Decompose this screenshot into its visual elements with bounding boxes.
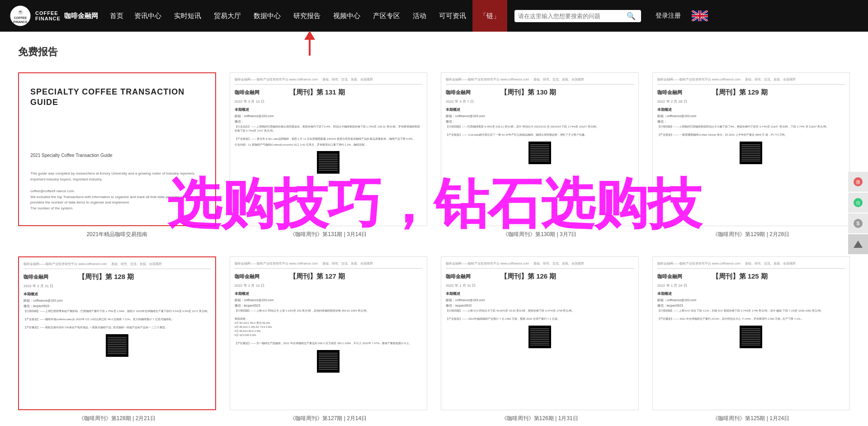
qr-code-5	[106, 334, 128, 357]
weekly-cover-7: 咖啡金融网——咖啡产业投资研究平台 www.coffinance.com 基础、…	[441, 257, 638, 353]
report-thumb-8: 咖啡金融网——咖啡产业投资研究平台 www.coffinance.com 基础、…	[652, 256, 850, 410]
logo-area: ☕ COFFEE FINANCE COFFEE FINANCE 咖啡金融网 首页	[9, 0, 128, 32]
svg-text:COFFEE: COFFEE	[14, 16, 27, 19]
nav-coco[interactable]: 可可资讯	[433, 0, 472, 32]
report-label-4: 《咖啡周刊》第129期 | 2月28日	[652, 231, 850, 238]
report-card-7[interactable]: 咖啡金融网——咖啡产业投资研究平台 www.coffinance.com 基础、…	[441, 256, 639, 422]
svg-text:微: 微	[856, 180, 860, 185]
weekly-cover-3: 咖啡金融网——咖啡产业投资研究平台 www.coffinance.com 基础、…	[441, 73, 638, 169]
weekly-date-4: 2022 年 2 月 28 日	[657, 99, 845, 104]
page-title: 免费报告	[18, 45, 850, 59]
weekly-cover-6: 咖啡金融网——咖啡产业投资研究平台 www.coffinance.com 基础、…	[230, 257, 427, 377]
weekly-brand-3: 咖啡金融网 【周刊】第 130 期	[446, 87, 634, 98]
svg-text:S: S	[856, 221, 859, 226]
specialty-body: This guide was compiled by researchers a…	[30, 171, 204, 212]
weekly-issue-4: 【周刊】第 129 期	[712, 87, 768, 98]
weekly-cover-4: 咖啡金融网——咖啡产业投资研究平台 www.coffinance.com 基础、…	[653, 73, 850, 169]
report-thumb-2: 咖啡金融网——咖啡产业投资研究平台 www.coffinance.com 基础、…	[230, 72, 428, 226]
report-label-8: 《咖啡周刊》第125期 | 1月24日	[652, 415, 850, 422]
language-flag-icon[interactable]	[692, 10, 708, 21]
report-thumb-7: 咖啡金融网——咖啡产业投资研究平台 www.coffinance.com 基础、…	[441, 256, 639, 410]
site-name: 咖啡金融网	[64, 12, 98, 20]
logo-text-top: COFFEE	[35, 10, 61, 16]
svg-rect-12	[692, 15, 708, 17]
weekly-brand-name-3: 咖啡金融网	[446, 89, 471, 96]
logo-text: COFFEE FINANCE	[35, 10, 61, 21]
logo-text-bot: FINANCE	[35, 16, 61, 21]
search-input[interactable]	[518, 13, 627, 19]
weekly-issue-3: 【周刊】第 130 期	[500, 87, 556, 98]
nav-report[interactable]: 研究报告	[287, 0, 327, 32]
nav-info[interactable]: 资讯中心	[128, 0, 168, 32]
nav-chain[interactable]: 「链」	[472, 0, 507, 32]
nav-home[interactable]: 首页	[105, 0, 128, 32]
side-social-panel: 微 信 S	[848, 172, 868, 254]
weekly-brand-2: 咖啡金融网 【周刊】第 131 期	[235, 87, 423, 98]
nav-trade[interactable]: 贸易大厅	[208, 0, 247, 32]
wechat-button[interactable]: 信	[848, 193, 868, 213]
report-card-4[interactable]: 咖啡金融网——咖啡产业投资研究平台 www.coffinance.com 基础、…	[652, 72, 850, 238]
arrow-indicator	[296, 31, 323, 60]
login-button[interactable]: 登录注册	[648, 12, 688, 20]
report-grid-row1: SPECIALTY COFFEE TRANSACTION GUIDE 2021 …	[18, 72, 850, 238]
weekly-brand-name-2: 咖啡金融网	[235, 89, 259, 96]
report-thumb-6: 咖啡金融网——咖啡产业投资研究平台 www.coffinance.com 基础、…	[230, 256, 428, 410]
nav-region[interactable]: 产区专区	[367, 0, 406, 32]
header: ☕ COFFEE FINANCE COFFEE FINANCE 咖啡金融网 首页…	[0, 0, 868, 32]
report-label-5: 《咖啡周刊》第128期 | 2月21日	[18, 415, 216, 422]
report-card-1[interactable]: SPECIALTY COFFEE TRANSACTION GUIDE 2021 …	[18, 72, 216, 238]
svg-text:FINANCE: FINANCE	[13, 20, 27, 24]
weekly-cover-8: 咖啡金融网——咖啡产业投资研究平台 www.coffinance.com 基础、…	[653, 257, 850, 353]
search-area: 🔍	[514, 10, 641, 22]
weekly-date-2: 2022 年 3 月 14 日	[235, 99, 423, 104]
report-card-6[interactable]: 咖啡金融网——咖啡产业投资研究平台 www.coffinance.com 基础、…	[230, 256, 428, 422]
page-content: 免费报告 SPECIALTY COFFEE TRANSACTION GUIDE …	[0, 32, 868, 426]
report-label-1: 2021年精品咖啡交易指南	[18, 231, 216, 238]
report-grid-row2: 咖啡金融网——咖啡产业投资研究平台 www.coffinance.com 基础、…	[18, 256, 850, 422]
svg-text:信: 信	[856, 200, 860, 205]
svg-text:☕: ☕	[18, 9, 24, 15]
weekly-date-3: 2022 年 3 月 7 日	[446, 99, 634, 104]
weibo-button[interactable]: 微	[848, 172, 868, 192]
nav-activity[interactable]: 活动	[406, 0, 433, 32]
logo-icon: ☕ COFFEE FINANCE	[9, 5, 32, 27]
report-card-8[interactable]: 咖啡金融网——咖啡产业投资研究平台 www.coffinance.com 基础、…	[652, 256, 850, 422]
specialty-cover: SPECIALTY COFFEE TRANSACTION GUIDE 2021 …	[19, 73, 215, 225]
report-thumb-1: SPECIALTY COFFEE TRANSACTION GUIDE 2021 …	[18, 72, 216, 226]
report-label-6: 《咖啡周刊》第127期 | 2月14日	[230, 415, 428, 422]
share-button[interactable]: S	[848, 213, 868, 233]
report-label-7: 《咖啡周刊》第126期 | 1月31日	[441, 415, 639, 422]
qr-code-6	[317, 350, 340, 373]
qr-code-4	[740, 142, 762, 164]
weekly-issue-2: 【周刊】第 131 期	[289, 87, 345, 98]
weekly-header-4: 咖啡金融网——咖啡产业投资研究平台 www.coffinance.com 基础、…	[657, 77, 845, 85]
report-thumb-3: 咖啡金融网——咖啡产业投资研究平台 www.coffinance.com 基础、…	[441, 72, 639, 226]
report-thumb-4: 咖啡金融网——咖啡产业投资研究平台 www.coffinance.com 基础、…	[652, 72, 850, 226]
search-button[interactable]: 🔍	[627, 12, 636, 20]
report-card-5[interactable]: 咖啡金融网——咖啡产业投资研究平台 www.coffinance.com 基础、…	[18, 256, 216, 422]
qr-code-7	[528, 326, 551, 348]
nav-news[interactable]: 实时短讯	[168, 0, 208, 32]
specialty-subtitle: 2021 Specialty Coffee Transaction Guide	[30, 153, 113, 158]
svg-marker-21	[854, 241, 863, 248]
weekly-brand-name-4: 咖啡金融网	[657, 89, 682, 96]
weekly-header-3: 咖啡金融网——咖啡产业投资研究平台 www.coffinance.com 基础、…	[446, 77, 634, 85]
weekly-cover-2: 咖啡金融网——咖啡产业投资研究平台 www.coffinance.com 基础、…	[230, 73, 427, 178]
nav-data[interactable]: 数据中心	[247, 0, 287, 32]
report-label-2: 《咖啡周刊》第131期 | 3月14日	[230, 231, 428, 238]
qr-code-8	[740, 326, 762, 348]
weekly-brand-4: 咖啡金融网 【周刊】第 129 期	[657, 87, 845, 98]
report-thumb-5: 咖啡金融网——咖啡产业投资研究平台 www.coffinance.com 基础、…	[18, 256, 216, 410]
report-card-3[interactable]: 咖啡金融网——咖啡产业投资研究平台 www.coffinance.com 基础、…	[441, 72, 639, 238]
nav-menu: 资讯中心 实时短讯 贸易大厅 数据中心 研究报告 视频中心 产区专区 活动 可可…	[128, 0, 859, 32]
report-label-3: 《咖啡周刊》第130期 | 3月7日	[441, 231, 639, 238]
weekly-cover-5: 咖啡金融网——咖啡产业投资研究平台 www.coffinance.com 基础、…	[19, 257, 215, 361]
nav-video[interactable]: 视频中心	[327, 0, 367, 32]
svg-marker-14	[304, 31, 315, 40]
specialty-title: SPECIALTY COFFEE TRANSACTION GUIDE	[30, 87, 204, 108]
qr-code-3	[528, 142, 551, 164]
qr-code-2	[317, 151, 340, 174]
report-card-2[interactable]: 咖啡金融网——咖啡产业投资研究平台 www.coffinance.com 基础、…	[230, 72, 428, 238]
back-to-top-button[interactable]	[848, 234, 868, 254]
weekly-header-2: 咖啡金融网——咖啡产业投资研究平台 www.coffinance.com 基础、…	[235, 77, 423, 85]
